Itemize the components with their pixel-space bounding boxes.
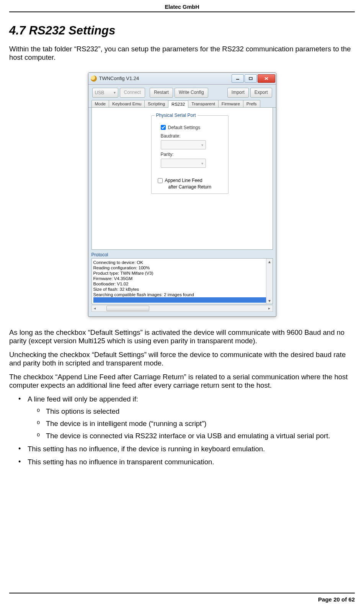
bullet-item: This setting has no influence, if the de… [9, 445, 355, 453]
bullet-text: A line feed will only be appended if: [28, 395, 138, 403]
bullet-item: A line feed will only be appended if: Th… [9, 395, 355, 440]
parity-select[interactable] [161, 159, 206, 168]
close-button[interactable] [258, 74, 275, 83]
protocol-line: Searching compatible flash images: 2 ima… [93, 292, 271, 297]
connect-button[interactable]: Connect [120, 88, 145, 98]
tab-transparent[interactable]: Transparent [188, 100, 219, 107]
protocol-line: Size of flash: 32 kBytes [93, 287, 271, 292]
page-header-company: Elatec GmbH [9, 0, 355, 10]
paragraph-1: As long as the checkbox “Default Setting… [9, 328, 355, 345]
tab-rs232[interactable]: RS232 [168, 100, 188, 108]
default-settings-checkbox[interactable]: Default Settings [161, 125, 201, 130]
tab-prefs[interactable]: Prefs [243, 100, 260, 107]
intro-paragraph: Within the tab folder “RS232”, you can s… [9, 45, 355, 62]
tab-mode[interactable]: Mode [91, 100, 109, 107]
groupbox-title: Physical Serial Port [155, 113, 198, 118]
scroll-down-icon[interactable]: ▾ [266, 298, 273, 304]
sub-bullet-item: This options is selected [28, 407, 355, 416]
export-button[interactable]: Export [250, 88, 272, 98]
append-lf-label-line1: Append Line Feed [165, 178, 202, 183]
default-settings-label: Default Settings [168, 125, 201, 130]
protocol-label: Protocol [91, 252, 273, 257]
page-number: Page 20 of 62 [318, 596, 355, 603]
scroll-right-icon[interactable]: ▸ [266, 306, 273, 310]
append-lf-label-line2: after Carriage Return [168, 184, 224, 190]
connection-select[interactable]: USB [92, 88, 118, 98]
write-config-button[interactable]: Write Config [175, 88, 208, 98]
toolbar: USB Connect Restart Write Config Import … [88, 85, 276, 99]
app-window: TWNConfig V1.24 USB Connect [88, 72, 276, 317]
protocol-line: Reading configuration: 100% [93, 265, 271, 270]
tab-content: Physical Serial Port Default Settings Ba… [91, 108, 273, 250]
scroll-left-icon[interactable]: ◂ [92, 306, 98, 310]
svg-rect-1 [249, 77, 252, 80]
scroll-up-icon[interactable]: ▴ [266, 259, 273, 265]
baudrate-select[interactable] [161, 140, 206, 149]
protocol-line: Firmware: V4.35GM [93, 276, 271, 281]
baudrate-label: Baudrate: [161, 133, 224, 139]
append-lf-checkbox[interactable]: Append Line Feed [158, 178, 202, 183]
paragraph-3: The checkbox “Append Line Feed after Car… [9, 373, 355, 390]
bullet-item: This setting has no influence in transpa… [9, 458, 355, 466]
default-settings-checkbox-input[interactable] [161, 125, 166, 130]
append-lf-checkbox-input[interactable] [158, 178, 163, 183]
protocol-line: Bootloader: V1.02 [93, 281, 271, 287]
scroll-thumb[interactable] [106, 306, 149, 311]
maximize-button[interactable] [245, 74, 257, 83]
import-button[interactable]: Import [227, 88, 249, 98]
sub-bullet-item: The device is in intelligent mode (“runn… [28, 420, 355, 428]
tab-firmware[interactable]: Firmware [218, 100, 243, 107]
protocol-box: Connecting to device: OK Reading configu… [91, 258, 273, 304]
physical-serial-port-group: Physical Serial Port Default Settings Ba… [151, 115, 229, 194]
parity-label: Parity: [161, 152, 224, 157]
section-heading: 4.7 RS232 Settings [9, 24, 355, 38]
restart-button[interactable]: Restart [150, 88, 173, 98]
window-titlebar: TWNConfig V1.24 [88, 73, 276, 85]
window-title: TWNConfig V1.24 [99, 75, 232, 81]
protocol-line: Connecting to device: OK [93, 260, 271, 265]
tab-keyboard-emu[interactable]: Keyboard Emu [109, 100, 145, 107]
minimize-button[interactable] [232, 74, 244, 83]
footer-rule [9, 593, 355, 593]
sub-bullet-item: The device is connected via RS232 interf… [28, 432, 355, 440]
protocol-line: Product type: TWN Mifare (V3) [93, 270, 271, 276]
paragraph-2: Unchecking the checkbox “Default Setting… [9, 351, 355, 367]
tab-strip: Mode Keyboard Emu Scripting RS232 Transp… [88, 100, 276, 108]
tab-scripting[interactable]: Scripting [144, 100, 168, 107]
protocol-vertical-scrollbar[interactable]: ▴ ▾ [266, 259, 273, 304]
header-rule [9, 11, 355, 12]
protocol-selection-bar [93, 297, 271, 303]
protocol-horizontal-scrollbar[interactable]: ◂ ▸ [91, 305, 273, 312]
app-icon [91, 75, 97, 82]
